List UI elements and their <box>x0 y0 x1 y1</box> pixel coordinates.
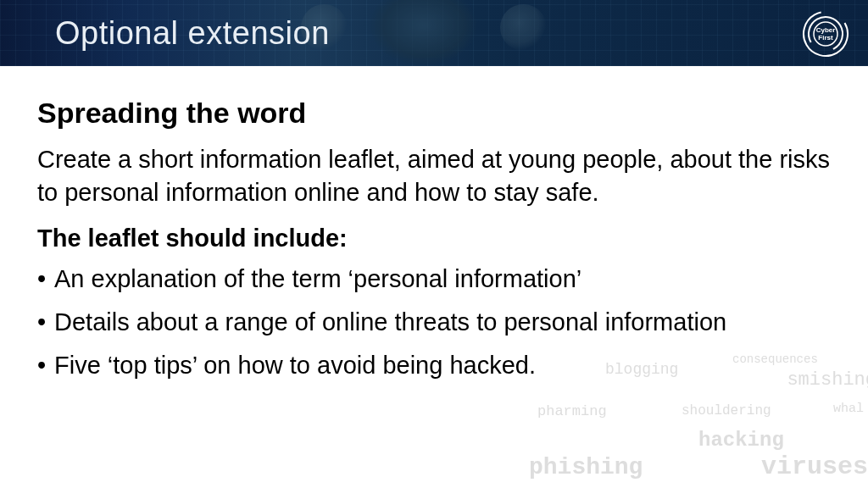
content-area: Spreading the word Create a short inform… <box>0 66 868 488</box>
list-item: Details about a range of online threats … <box>37 308 831 337</box>
banner-figure-silhouette <box>314 0 534 66</box>
logo-text-bottom: First <box>818 34 833 42</box>
bullet-list: An explanation of the term ‘personal inf… <box>37 264 831 380</box>
content-intro: Create a short information leaflet, aime… <box>37 143 831 209</box>
include-label: The leaflet should include: <box>37 225 831 252</box>
slide-title: Optional extension <box>55 15 330 52</box>
list-item: Five ‘top tips’ on how to avoid being ha… <box>37 351 831 380</box>
content-subtitle: Spreading the word <box>37 97 831 130</box>
list-item: An explanation of the term ‘personal inf… <box>37 264 831 294</box>
title-banner: Optional extension Cyber First <box>0 0 868 66</box>
cyberfirst-logo: Cyber First <box>802 10 849 58</box>
logo-text-top: Cyber <box>816 26 836 34</box>
